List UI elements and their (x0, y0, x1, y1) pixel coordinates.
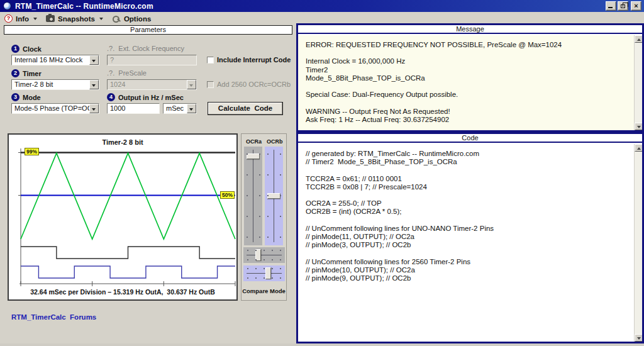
ocra-slider-thumb[interactable] (247, 153, 260, 159)
slider-tick (259, 237, 260, 238)
slider-tick (280, 195, 281, 196)
waveform-plot (21, 152, 236, 287)
slider-tick (280, 174, 281, 176)
chevron-down-icon (33, 18, 37, 20)
include-interrupt-checkbox[interactable] (207, 57, 214, 64)
text-line: // generated by: RTM_TimerCalc -- Runtim… (306, 150, 631, 158)
slider-tick (259, 153, 260, 155)
scroll-up-icon[interactable] (635, 144, 642, 152)
slider-tick (255, 277, 257, 279)
ocrb-slider-thumb[interactable] (267, 193, 280, 199)
mid-percent-label: 50% (220, 191, 235, 199)
dropdown-arrow-icon[interactable] (89, 104, 99, 113)
slider-tick (264, 268, 265, 269)
parameters-header: Parameters (4, 25, 292, 35)
message-body: ERROR: REQUESTED FREQUENCY NOT POSSIBLE,… (298, 35, 642, 130)
prescale-select[interactable]: 1024 (107, 79, 197, 90)
slider-tick (247, 195, 248, 196)
scroll-down-icon[interactable] (635, 123, 642, 130)
output-unit-select[interactable]: mSec (163, 103, 197, 114)
restore-icon (621, 4, 625, 8)
clock-select[interactable]: Internal 16 MHz Clock (11, 55, 99, 65)
slider-tick (272, 268, 273, 269)
text-line (306, 49, 631, 57)
text-line: Timer2 (306, 66, 631, 74)
chart-caption: 32.64 mSec per Division – 15.319 Hz OutA… (9, 288, 236, 296)
slider-tick (259, 174, 260, 176)
calculate-code-button[interactable]: Calculate Code (208, 102, 283, 115)
code-text: // generated by: RTM_TimerCalc -- Runtim… (306, 150, 631, 282)
step-3-badge: 3 (11, 93, 19, 101)
waveform-chart: Timer-2 8 bit 99% 50% 32.64 mSec per Div… (8, 133, 238, 301)
slider-tick (247, 250, 248, 251)
minimize-icon (608, 7, 613, 8)
slider-tick (247, 259, 248, 260)
menu-options-label: Options (124, 15, 151, 23)
slider-tick (264, 277, 265, 279)
slider-tick (247, 153, 248, 155)
slider-tick (247, 237, 248, 238)
timer-label: 2 Timer (11, 69, 42, 77)
text-line (306, 216, 631, 225)
text-line: // UnComment following lines for UNO-NAN… (306, 225, 631, 233)
app-icon (3, 2, 11, 10)
text-line: TCCR2A = 0x61; // 0110 0001 (306, 175, 631, 183)
compare-mode-a-slider[interactable] (243, 247, 285, 263)
slider-tick (267, 153, 269, 155)
text-line: Ask Freq: 1 Hz -- Actual Freq: 30.637254… (306, 116, 631, 124)
text-line: OCR2B = (int) (OCR2A * 0.5); (306, 208, 631, 216)
menu-info[interactable]: ? Info (4, 14, 37, 23)
prescale-label: .?. PreScale (107, 69, 147, 77)
window-title: RTM_TimerCalc -- RuntimeMicro.com (15, 2, 153, 11)
dropdown-arrow-icon[interactable] (187, 104, 196, 113)
text-line: // UnComment following lines for 2560 Ti… (306, 258, 631, 266)
text-line (306, 99, 631, 107)
code-scrollbar[interactable] (634, 144, 642, 342)
message-text: ERROR: REQUESTED FREQUENCY NOT POSSIBLE,… (306, 41, 631, 124)
ocrb-slider[interactable] (265, 147, 283, 245)
ext-clock-input[interactable]: ? (107, 55, 197, 65)
slider-tick (280, 250, 281, 251)
menu-snapshots[interactable]: Snapshots (46, 15, 103, 23)
compare-mode-b-thumb[interactable] (265, 267, 271, 279)
message-header: Message (298, 25, 642, 34)
timer-label-text: Timer (23, 70, 42, 77)
mode-select[interactable]: Mode-5 Phase (TOP=OCR) (11, 103, 99, 114)
include-interrupt-checkbox-row: Include Interrupt Code (207, 56, 291, 64)
text-line: // pinMode(3, OUTPUT); // OC2b (306, 241, 631, 249)
output-unit-value: mSec (164, 104, 187, 113)
timer-select[interactable]: Timer-2 8 bit (11, 79, 99, 90)
slider-tick (264, 259, 265, 260)
compare-mode-label: Compare Mode (242, 287, 286, 294)
restore-button[interactable] (618, 1, 628, 11)
clock-label-text: Clock (23, 45, 42, 53)
code-header: Code (298, 134, 642, 143)
top-percent-label: 99% (25, 148, 39, 155)
text-line (306, 82, 631, 91)
minimize-button[interactable] (606, 1, 616, 11)
slider-tick (267, 216, 269, 217)
compare-mode-b-slider[interactable] (243, 265, 285, 281)
scroll-down-icon[interactable] (635, 334, 642, 342)
ocra-slider[interactable] (244, 147, 262, 245)
code-body: // generated by: RTM_TimerCalc -- Runtim… (298, 144, 642, 342)
menu-options[interactable]: Options (112, 14, 151, 23)
forums-link[interactable]: RTM_TimerCalc Forums (11, 313, 96, 321)
slider-tick (280, 216, 281, 217)
window-bottom-edge (0, 343, 644, 346)
dropdown-arrow-icon[interactable] (89, 80, 99, 89)
slider-rail (247, 273, 282, 274)
output-value-input[interactable]: 1000 (107, 103, 160, 114)
text-line: ERROR: REQUESTED FREQUENCY NOT POSSIBLE,… (306, 41, 631, 49)
app-window: RTM_TimerCalc -- RuntimeMicro.com × ? In… (0, 0, 644, 346)
scroll-up-icon[interactable] (635, 35, 642, 43)
dropdown-arrow-icon[interactable] (89, 55, 99, 65)
add-2560-checkbox[interactable] (207, 81, 214, 88)
close-button[interactable]: × (631, 1, 641, 11)
slider-tick (247, 174, 248, 176)
slider-tick (255, 268, 257, 269)
slider-tick (272, 259, 273, 260)
text-line (306, 249, 631, 257)
ocra-label: OCRa (246, 138, 262, 145)
message-scrollbar[interactable] (634, 35, 642, 130)
